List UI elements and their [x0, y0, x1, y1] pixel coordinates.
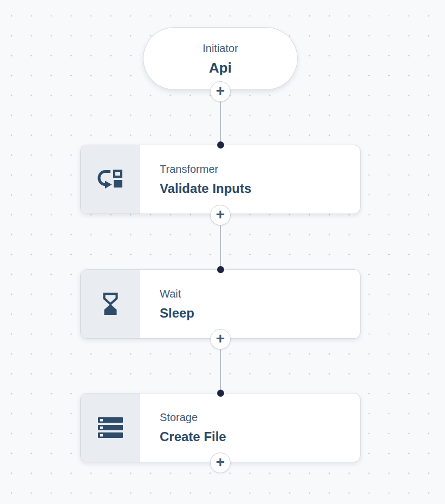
hourglass-icon: [81, 270, 140, 338]
node-transformer[interactable]: Transformer Validate Inputs: [80, 145, 361, 214]
add-node-button-after-initiator[interactable]: +: [210, 81, 231, 102]
add-node-button-after-storage[interactable]: +: [210, 453, 231, 473]
node-type-label: Wait: [160, 287, 360, 300]
node-wait[interactable]: Wait Sleep: [80, 269, 361, 339]
plus-icon: +: [216, 331, 225, 346]
connector-dot: [217, 141, 224, 148]
node-name: Sleep: [160, 305, 360, 321]
server-stack-icon: [81, 393, 140, 462]
node-initiator[interactable]: Initiator Api: [143, 27, 298, 90]
node-storage[interactable]: Storage Create File: [80, 393, 361, 462]
node-type-label: Transformer: [160, 163, 360, 176]
node-type-label: Storage: [160, 411, 360, 424]
add-node-button-after-transformer[interactable]: +: [210, 205, 231, 225]
plus-icon: +: [216, 83, 225, 99]
transform-icon: [81, 145, 140, 214]
add-node-button-after-wait[interactable]: +: [210, 329, 231, 350]
plus-icon: +: [216, 207, 225, 222]
node-name: Api: [209, 60, 232, 76]
node-name: Validate Inputs: [160, 180, 360, 196]
node-name: Create File: [160, 429, 360, 444]
workflow-canvas: Initiator Api Transformer Validate Input…: [0, 0, 445, 504]
plus-icon: +: [216, 455, 225, 470]
connector-dot: [217, 390, 224, 397]
node-type-label: Initiator: [202, 42, 238, 55]
connector-dot: [217, 266, 224, 273]
